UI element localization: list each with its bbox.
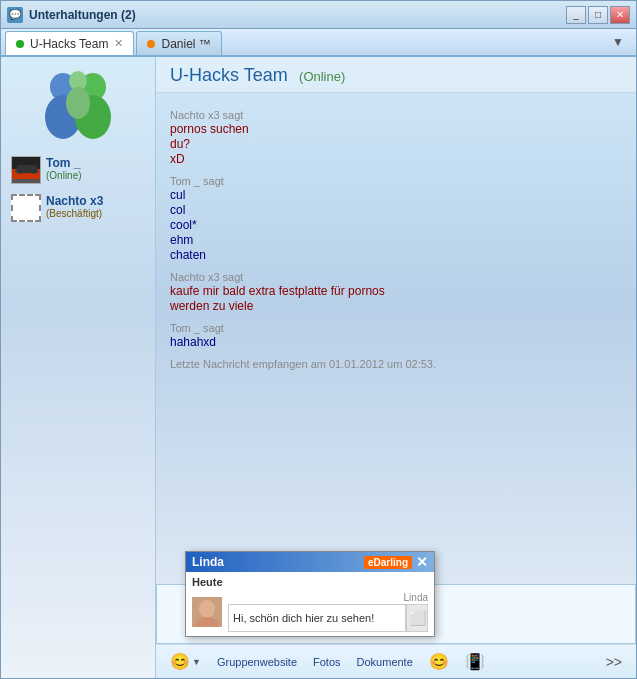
msg-du: du? <box>170 137 622 151</box>
tab-daniel[interactable]: Daniel ™ <box>136 31 221 55</box>
svg-rect-8 <box>12 179 41 184</box>
gruppenwebsite-button[interactable]: Gruppenwebsite <box>211 650 303 674</box>
popup-body: Heute Linda Hi, schön dich hier zu sehen… <box>186 572 434 636</box>
member-name-tom: Tom _ <box>46 156 82 170</box>
svg-point-13 <box>199 600 215 618</box>
msg-chaten: chaten <box>170 248 622 262</box>
member-thumb-nachto <box>11 194 41 222</box>
status-dot-green <box>16 40 24 48</box>
msg-xd: xD <box>170 152 622 166</box>
maximize-button[interactable]: □ <box>588 6 608 24</box>
title-bar-buttons: _ □ ✕ <box>566 6 630 24</box>
sender-tom-2: Tom _ sagt <box>170 322 622 334</box>
member-info-tom: Tom _ (Online) <box>46 156 82 181</box>
popup-name: Linda <box>192 555 224 569</box>
msg-ehm: ehm <box>170 233 622 247</box>
chat-messages: Nachto x3 sagt pornos suchen du? xD Tom … <box>156 93 636 584</box>
tab-uhacks[interactable]: U-Hacks Team ✕ <box>5 31 134 55</box>
app-icon: 💬 <box>7 7 23 23</box>
popup-message-row: Linda Hi, schön dich hier zu sehen! ⬜ <box>192 592 428 632</box>
msg-cul: cul <box>170 188 622 202</box>
sender-nachto-2: Nachto x3 sagt <box>170 271 622 283</box>
tab-label-uhacks: U-Hacks Team <box>30 37 108 51</box>
msg-hahahxd: hahahxd <box>170 335 622 349</box>
msg-cool: cool* <box>170 218 622 232</box>
sender-tom-1: Tom _ sagt <box>170 175 622 187</box>
msg-pornos-suchen: pornos suchen <box>170 122 622 136</box>
msg-col: col <box>170 203 622 217</box>
popup-header: Linda eDarling ✕ <box>186 552 434 572</box>
dokumente-button[interactable]: Dokumente <box>351 650 419 674</box>
popup-header-right: eDarling ✕ <box>364 555 428 569</box>
chat-title: U-Hacks Team <box>170 65 288 85</box>
smiley2-button[interactable]: 😊 <box>423 650 455 674</box>
sender-nachto-1: Nachto x3 sagt <box>170 109 622 121</box>
member-name-nachto: Nachto x3 <box>46 194 103 208</box>
svg-point-5 <box>66 87 90 119</box>
member-status-nachto: (Beschäftigt) <box>46 208 103 219</box>
member-status-tom: (Online) <box>46 170 82 181</box>
nudge-button[interactable]: 📳 <box>459 650 491 674</box>
tab-bar: U-Hacks Team ✕ Daniel ™ ▼ <box>1 29 636 57</box>
member-thumb-tom <box>11 156 41 184</box>
smiley2-icon: 😊 <box>429 652 449 671</box>
popup-today: Heute <box>192 576 428 588</box>
sidebar: Tom _ (Online) Nachto x3 (Beschäftigt) <box>1 57 156 678</box>
popup-badge: eDarling <box>364 556 412 569</box>
window-frame: 💬 Unterhaltungen (2) _ □ ✕ U-Hacks Team … <box>0 0 637 679</box>
popup-avatar <box>192 597 222 627</box>
member-nachto: Nachto x3 (Beschäftigt) <box>7 191 149 225</box>
popup-sender-name: Linda <box>228 592 428 603</box>
group-avatar <box>33 65 123 145</box>
toolbar: 😊 ▼ Gruppenwebsite Fotos Dokumente 😊 📳 >… <box>156 644 636 678</box>
fotos-button[interactable]: Fotos <box>307 650 347 674</box>
window-title: Unterhaltungen (2) <box>29 8 566 22</box>
tab-label-daniel: Daniel ™ <box>161 37 210 51</box>
member-tom: Tom _ (Online) <box>7 153 149 187</box>
close-button[interactable]: ✕ <box>610 6 630 24</box>
smiley-icon: 😊 <box>170 652 190 671</box>
popup-send-icon[interactable]: ⬜ <box>406 604 428 632</box>
popup-overlay: Linda eDarling ✕ Heute Linda <box>185 551 435 637</box>
status-dot-orange <box>147 40 155 48</box>
popup-close-button[interactable]: ✕ <box>416 555 428 569</box>
nudge-icon: 📳 <box>465 652 485 671</box>
chat-status: (Online) <box>299 69 345 84</box>
smiley-arrow: ▼ <box>192 657 201 667</box>
msg-werden: werden zu viele <box>170 299 622 313</box>
member-info-nachto: Nachto x3 (Beschäftigt) <box>46 194 103 219</box>
tab-scroll-arrow[interactable]: ▼ <box>604 31 632 53</box>
msg-kaufe: kaufe mir bald extra festplatte für porn… <box>170 284 622 298</box>
smiley-button[interactable]: 😊 ▼ <box>164 650 207 674</box>
last-message: Letzte Nachricht empfangen am 01.01.2012… <box>170 358 622 370</box>
more-button[interactable]: >> <box>600 650 628 674</box>
popup-input-area: Hi, schön dich hier zu sehen! ⬜ <box>228 604 428 632</box>
chat-header: U-Hacks Team (Online) <box>156 57 636 93</box>
title-bar: 💬 Unterhaltungen (2) _ □ ✕ <box>1 1 636 29</box>
svg-rect-11 <box>17 165 37 173</box>
popup-message-text: Hi, schön dich hier zu sehen! <box>228 604 406 632</box>
minimize-button[interactable]: _ <box>566 6 586 24</box>
tab-close-uhacks[interactable]: ✕ <box>114 37 123 50</box>
